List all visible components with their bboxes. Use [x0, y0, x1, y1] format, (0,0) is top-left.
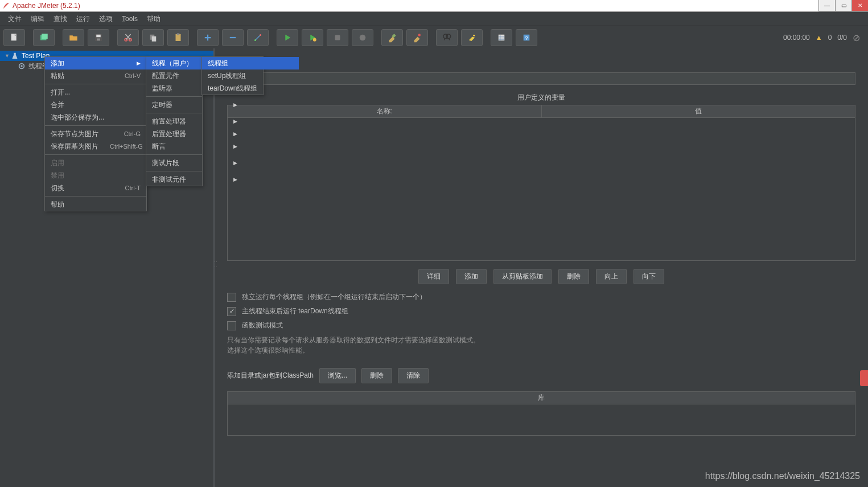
- add-from-clipboard-button[interactable]: 从剪贴板添加: [493, 269, 552, 284]
- expand-button[interactable]: [197, 29, 219, 46]
- ctx-add[interactable]: 添加▶: [45, 57, 146, 69]
- warning-icon[interactable]: ▲: [816, 34, 822, 42]
- search-button[interactable]: [436, 29, 458, 46]
- opt-setup-thread-group[interactable]: setUp线程组: [202, 69, 299, 82]
- clear-button[interactable]: [381, 29, 403, 46]
- svg-text:?: ?: [525, 35, 528, 41]
- new-button[interactable]: [3, 29, 25, 46]
- ctx-open[interactable]: 打开...: [45, 86, 146, 99]
- menu-help[interactable]: 帮助: [142, 13, 165, 26]
- col-value[interactable]: 值: [542, 105, 855, 117]
- comment-input[interactable]: [258, 72, 855, 85]
- templates-button[interactable]: [33, 29, 55, 46]
- down-button[interactable]: 向下: [633, 269, 664, 284]
- splitter-grip[interactable]: ⋮⋮: [215, 259, 217, 269]
- lib-header[interactable]: 库: [227, 391, 855, 404]
- menu-search[interactable]: 查找: [49, 13, 72, 26]
- delete-var-button[interactable]: 删除: [558, 269, 589, 284]
- context-menu: 添加▶ 粘贴Ctrl-V 打开... 合并 选中部分保存为... 保存节点为图片…: [44, 56, 147, 211]
- checkbox-teardown[interactable]: 主线程结束后运行 tearDown线程组: [227, 306, 855, 316]
- main-panel: ⋮⋮ Plan 注释： 用户定义的变量 名称: 值 详细 添加 从剪贴板添加 删…: [215, 48, 868, 487]
- submenu-add: 线程（用户）▶ 配置元件▶ 监听器▶ 定时器▶ 前置处理器▶ 后置处理器▶ 断言…: [146, 56, 203, 186]
- ctx-save-screen-image[interactable]: 保存屏幕为图片Ctrl+Shift-G: [45, 140, 146, 153]
- ctx-enable: 启用: [45, 157, 146, 169]
- start-no-timers-button[interactable]: [302, 29, 323, 46]
- ctx-save-node-image[interactable]: 保存节点为图片Ctrl-G: [45, 128, 146, 140]
- col-name[interactable]: 名称:: [228, 105, 542, 117]
- open-button[interactable]: [63, 29, 84, 46]
- up-button[interactable]: 向上: [596, 269, 627, 284]
- menu-tools[interactable]: Tools: [117, 13, 142, 24]
- lib-table-body[interactable]: [227, 404, 855, 436]
- ctx-save-selection[interactable]: 选中部分保存为...: [45, 111, 146, 124]
- maximize-button[interactable]: ▭: [835, 0, 851, 11]
- checkbox-run-serially[interactable]: 独立运行每个线程组（例如在一个组运行结束后启动下一个）: [227, 292, 855, 302]
- cp-clear-button[interactable]: 清除: [398, 368, 429, 383]
- ctx-merge[interactable]: 合并: [45, 99, 146, 111]
- stop-button[interactable]: [327, 29, 348, 46]
- help-button[interactable]: ?: [516, 29, 537, 46]
- svg-rect-2: [42, 34, 48, 39]
- sub-post[interactable]: 后置处理器▶: [146, 128, 243, 140]
- menu-edit[interactable]: 编辑: [26, 13, 49, 26]
- svg-point-12: [260, 34, 261, 36]
- svg-rect-10: [176, 34, 181, 41]
- svg-point-16: [360, 35, 366, 41]
- sub-pre[interactable]: 前置处理器▶: [146, 115, 243, 128]
- start-button[interactable]: [277, 29, 298, 46]
- flask-icon: [10, 52, 19, 60]
- ctx-toggle[interactable]: 切换Ctrl-T: [45, 182, 146, 194]
- vars-title: 用户定义的变量: [227, 93, 855, 103]
- sub-timer[interactable]: 定时器▶: [146, 99, 243, 111]
- svg-point-21: [473, 35, 475, 36]
- reset-search-button[interactable]: [461, 29, 483, 46]
- toggle-button[interactable]: [247, 29, 269, 46]
- paste-button[interactable]: [167, 29, 189, 46]
- thread-count: 0/0: [837, 34, 847, 42]
- ctx-paste[interactable]: 粘贴Ctrl-V: [45, 69, 146, 82]
- opt-thread-group[interactable]: 线程组: [202, 57, 299, 69]
- opt-teardown-thread-group[interactable]: tearDown线程组: [202, 82, 299, 95]
- copy-button[interactable]: [142, 29, 164, 46]
- app-icon: [2, 2, 10, 10]
- svg-point-26: [20, 65, 23, 67]
- svg-rect-11: [177, 34, 180, 35]
- detail-button[interactable]: 详细: [418, 269, 449, 284]
- menu-file[interactable]: 文件: [3, 13, 26, 26]
- submenu-threads: 线程组 setUp线程组 tearDown线程组: [201, 56, 264, 95]
- hint-line2: 选择这个选项很影响性能。: [227, 345, 855, 355]
- svg-point-14: [313, 38, 316, 42]
- toolbar: ? 00:00:00 ▲ 0 0/0 ⊘: [0, 26, 868, 50]
- add-var-button[interactable]: 添加: [456, 269, 487, 284]
- elapsed-time: 00:00:00: [783, 34, 810, 42]
- gear-icon: [17, 62, 26, 70]
- menu-run[interactable]: 运行: [72, 13, 94, 26]
- svg-point-13: [254, 39, 256, 41]
- cut-button[interactable]: [117, 29, 139, 46]
- sub-assert[interactable]: 断言▶: [146, 140, 243, 153]
- checkbox-functional-test[interactable]: 函数测试模式: [227, 321, 855, 330]
- svg-point-18: [418, 34, 421, 36]
- save-button[interactable]: [88, 29, 109, 46]
- svg-rect-15: [335, 35, 340, 40]
- warning-count: 0: [828, 34, 832, 42]
- browse-button[interactable]: 浏览...: [319, 368, 356, 383]
- ctx-disable: 禁用: [45, 169, 146, 182]
- vars-table-body[interactable]: [227, 118, 855, 261]
- toggle-icon[interactable]: ▼: [5, 53, 10, 59]
- close-button[interactable]: ✕: [851, 0, 868, 11]
- function-helper-button[interactable]: [491, 29, 512, 46]
- collapse-button[interactable]: [222, 29, 244, 46]
- hint-line1: 只有当你需要记录每个请求从服务器取得的数据到文件时才需要选择函数测试模式。: [227, 335, 855, 345]
- menu-options[interactable]: 选项: [94, 13, 117, 26]
- shutdown-button[interactable]: [352, 29, 373, 46]
- sub-nontest[interactable]: 非测试元件▶: [146, 173, 243, 186]
- title-bar: Apache JMeter (5.2.1) — ▭ ✕: [0, 0, 868, 12]
- clear-all-button[interactable]: [406, 29, 428, 46]
- svg-rect-5: [97, 39, 100, 41]
- vars-header: 名称: 值: [227, 105, 855, 118]
- cp-delete-button[interactable]: 删除: [361, 368, 392, 383]
- minimize-button[interactable]: —: [818, 0, 835, 11]
- ctx-help[interactable]: 帮助: [45, 198, 146, 211]
- sub-fragment[interactable]: 测试片段▶: [146, 157, 243, 169]
